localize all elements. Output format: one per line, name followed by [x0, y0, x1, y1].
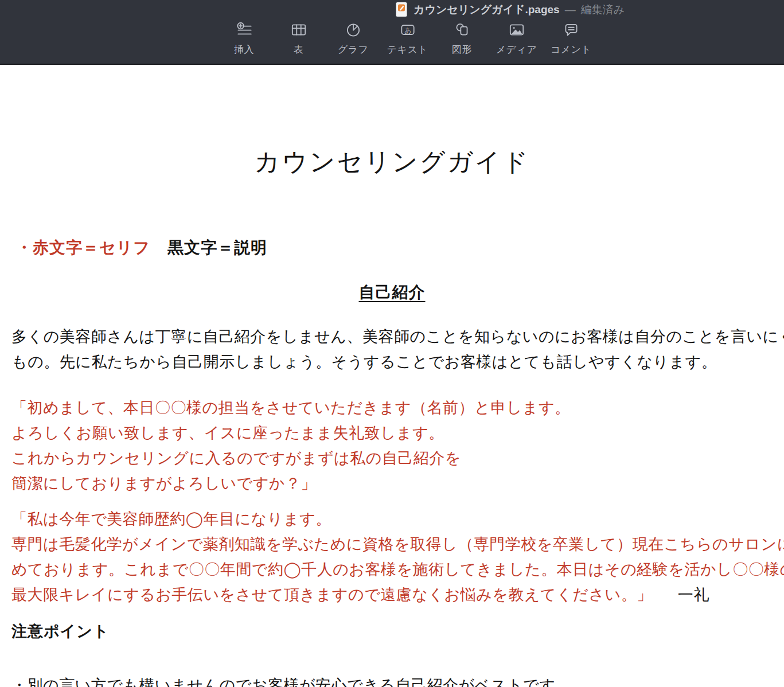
- window-titlebar: カウンセリングガイド.pages — 編集済み: [395, 0, 625, 19]
- chart-icon: [344, 21, 362, 39]
- intro-paragraph[interactable]: 多くの美容師さんは丁寧に自己紹介をしません、美容師のことを知らないのにお客様は自…: [11, 324, 784, 374]
- toolbar-label-insert: 挿入: [234, 43, 254, 56]
- note-heading[interactable]: 注意ポイント: [11, 621, 110, 642]
- text-line: 簡潔にしておりますがよろしいですか？」: [11, 471, 571, 496]
- section-heading[interactable]: 自己紹介: [0, 282, 784, 303]
- quote1-paragraph[interactable]: 「初めまして、本日〇〇様の担当をさせていただきます（名前）と申します。 よろしく…: [11, 395, 571, 496]
- toolbar-button-media[interactable]: メディア: [489, 21, 544, 56]
- window-title-status: 編集済み: [581, 2, 625, 17]
- note-bullet-line[interactable]: ・別の言い方でも構いませんのでお客様が安心できる自己紹介がベストです: [11, 675, 555, 687]
- textbox-icon: あ: [399, 21, 417, 39]
- toolbar-button-table[interactable]: 表: [271, 21, 326, 56]
- text-line: 「私は今年で美容師歴約◯年目になります。: [11, 506, 784, 532]
- toolbar-button-chart[interactable]: グラフ: [326, 21, 380, 56]
- legend-black-label: 黒文字＝説明: [167, 239, 267, 256]
- insert-icon: [235, 21, 253, 39]
- text-line: めております。これまで〇〇年間で約◯千人のお客様を施術してきました。本日はその経…: [11, 557, 784, 582]
- document-canvas[interactable]: カウンセリングガイド ・赤文字＝セリフ黒文字＝説明 自己紹介 多くの美容師さんは…: [0, 66, 784, 687]
- text-line: これからカウンセリングに入るのですがまずは私の自己紹介を: [11, 446, 571, 471]
- text-line: 最大限キレイにするお手伝いをさせて頂きますので遠慮なくお悩みを教えてください。」…: [11, 582, 784, 607]
- shape-icon: [453, 21, 471, 39]
- toolbar-button-insert[interactable]: 挿入: [217, 21, 271, 56]
- pages-document-icon: [395, 2, 408, 18]
- svg-text:あ: あ: [404, 26, 411, 34]
- toolbar-label-media: メディア: [496, 43, 537, 56]
- toolbar-label-shape: 図形: [452, 43, 472, 56]
- toolbar-button-shape[interactable]: 図形: [435, 21, 489, 56]
- quote2-paragraph[interactable]: 「私は今年で美容師歴約◯年目になります。 専門は毛髪化学がメインで薬剤知識を学ぶ…: [11, 506, 784, 607]
- text-line: もの。先に私たちから自己開示しましょう。そうすることでお客様はとても話しやすくな…: [11, 349, 784, 374]
- toolbar-label-comment: コメント: [551, 43, 592, 56]
- toolbar-buttons: 挿入 表 グラフ: [217, 21, 598, 56]
- legend-line[interactable]: ・赤文字＝セリフ黒文字＝説明: [16, 237, 267, 259]
- text-line: 多くの美容師さんは丁寧に自己紹介をしません、美容師のことを知らないのにお客様は自…: [11, 324, 784, 349]
- toolbar-label-chart: グラフ: [338, 43, 369, 56]
- app-toolbar: カウンセリングガイド.pages — 編集済み 挿入: [0, 0, 784, 65]
- window-title-separator: —: [565, 3, 576, 16]
- toolbar-label-text: テキスト: [387, 43, 428, 56]
- toolbar-button-comment[interactable]: コメント: [544, 21, 598, 56]
- text-line: よろしくお願い致します、イスに座ったまま失礼致します。: [11, 420, 571, 446]
- text-line: 専門は毛髪化学がメインで薬剤知識を学ぶために資格を取得し（専門学校を卒業して）現…: [11, 532, 784, 557]
- table-icon: [290, 21, 308, 39]
- toolbar-button-text[interactable]: あ テキスト: [380, 21, 435, 56]
- legend-red-label: ・赤文字＝セリフ: [16, 239, 150, 256]
- text-line: 「初めまして、本日〇〇様の担当をさせていただきます（名前）と申します。: [11, 395, 571, 420]
- media-icon: [508, 21, 526, 39]
- quote2-last-line: 最大限キレイにするお手伝いをさせて頂きますので遠慮なくお悩みを教えてください。」: [11, 586, 653, 603]
- quote2-suffix-black: 一礼: [678, 586, 709, 603]
- comment-icon: [562, 21, 580, 39]
- document-title[interactable]: カウンセリングガイド: [0, 145, 784, 179]
- window-title-filename: カウンセリングガイド.pages: [414, 2, 560, 17]
- toolbar-label-table: 表: [294, 43, 304, 56]
